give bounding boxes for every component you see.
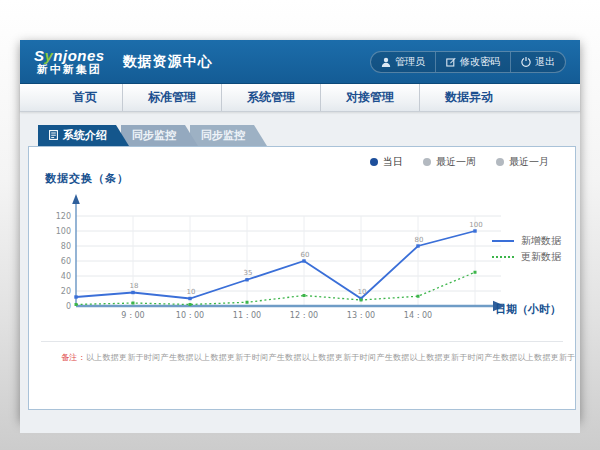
legend-item-new-data[interactable]: 新增数据 [492, 233, 561, 249]
legend-item-updated-data[interactable]: 更新数据 [492, 249, 561, 265]
edit-icon [446, 57, 456, 67]
content-area: 系统介绍 同步监控 同步监控 当日 最近一周 [20, 125, 580, 433]
filter-label: 最近一周 [436, 155, 476, 169]
svg-text:100: 100 [469, 221, 482, 229]
change-password-label: 修改密码 [460, 55, 500, 69]
logout-button[interactable]: 退出 [510, 52, 565, 72]
legend-label: 新增数据 [521, 234, 561, 248]
filter-last-week[interactable]: 最近一周 [423, 155, 476, 169]
logout-label: 退出 [535, 55, 555, 69]
time-range-filters: 当日 最近一周 最近一月 [370, 155, 549, 169]
footnote-text: 以上数据更新于时间产生数据以上数据更新于时间产生数据以上数据更新于时间产生数据以… [86, 353, 576, 362]
filter-today[interactable]: 当日 [370, 155, 403, 169]
tab-label: 同步监控 [132, 128, 176, 143]
change-password-button[interactable]: 修改密码 [435, 52, 510, 72]
solid-line-swatch [492, 240, 514, 242]
tab-bar: 系统介绍 同步监控 同步监控 [38, 125, 580, 146]
tab-label: 系统介绍 [63, 128, 107, 143]
line-chart: 0204060801001209：0010：0011：0012：0013：001… [43, 191, 523, 331]
svg-text:120: 120 [56, 212, 71, 221]
app-window: Synjones 新中新集团 数据资源中心 管理员 修改密码 退出 [20, 40, 580, 420]
x-axis-title: 日期（小时） [495, 302, 561, 317]
logo-company-name: 新中新集团 [34, 64, 105, 76]
top-header: Synjones 新中新集团 数据资源中心 管理员 修改密码 退出 [20, 40, 580, 84]
series-新增数据: 181035601080100 [74, 221, 482, 301]
svg-text:10：00: 10：00 [176, 311, 204, 320]
radio-selected-icon [370, 158, 378, 166]
svg-text:10: 10 [358, 288, 367, 296]
tab-label: 同步监控 [201, 128, 245, 143]
legend-label: 更新数据 [521, 250, 561, 264]
user-icon [381, 57, 391, 67]
radio-icon [496, 158, 504, 166]
nav-item-standard-mgmt[interactable]: 标准管理 [122, 84, 221, 111]
svg-text:100: 100 [56, 227, 71, 236]
svg-text:20: 20 [61, 287, 71, 296]
tab-system-intro[interactable]: 系统介绍 [38, 125, 129, 146]
filter-label: 最近一月 [509, 155, 549, 169]
svg-text:40: 40 [61, 272, 71, 281]
svg-text:11：00: 11：00 [233, 311, 261, 320]
tab-sync-monitor-1[interactable]: 同步监控 [121, 125, 198, 146]
chart-legend: 新增数据 更新数据 [492, 233, 561, 265]
radio-icon [423, 158, 431, 166]
svg-text:60: 60 [301, 251, 310, 259]
tick-labels: 0204060801001209：0010：0011：0012：0013：001… [56, 212, 432, 320]
nav-item-home[interactable]: 首页 [48, 84, 122, 111]
svg-text:0: 0 [66, 302, 71, 311]
nav-item-interface-mgmt[interactable]: 对接管理 [320, 84, 419, 111]
tab-sync-monitor-2[interactable]: 同步监控 [190, 125, 267, 146]
footnote: 备注：以上数据更新于时间产生数据以上数据更新于时间产生数据以上数据更新于时间产生… [61, 352, 576, 363]
svg-text:9：00: 9：00 [121, 311, 144, 320]
svg-text:13：00: 13：00 [347, 311, 375, 320]
page-title: 数据资源中心 [123, 53, 213, 71]
company-logo: Synjones 新中新集团 [34, 48, 105, 75]
dotted-line-swatch [492, 256, 514, 258]
user-menu-button[interactable]: 管理员 [371, 52, 435, 72]
note-divider [41, 341, 563, 342]
user-label: 管理员 [395, 55, 425, 69]
svg-text:35: 35 [244, 269, 253, 277]
logo-wordmark: Synjones [34, 48, 105, 64]
svg-text:60: 60 [61, 257, 71, 266]
svg-text:80: 80 [415, 236, 424, 244]
svg-text:18: 18 [130, 282, 139, 290]
svg-text:12：00: 12：00 [290, 311, 318, 320]
filter-last-month[interactable]: 最近一月 [496, 155, 549, 169]
svg-text:14：00: 14：00 [404, 311, 432, 320]
y-axis-title: 数据交换（条） [45, 171, 129, 186]
filter-label: 当日 [383, 155, 403, 169]
footnote-prefix: 备注： [61, 353, 86, 362]
document-icon [49, 130, 58, 142]
power-icon [521, 57, 531, 67]
nav-item-system-mgmt[interactable]: 系统管理 [221, 84, 320, 111]
main-nav: 首页 标准管理 系统管理 对接管理 数据异动 [20, 84, 580, 112]
nav-item-data-change[interactable]: 数据异动 [419, 84, 518, 111]
chart-panel: 当日 最近一周 最近一月 数据交换（条） 0204060801001209：00… [28, 146, 576, 410]
header-user-controls: 管理员 修改密码 退出 [370, 51, 566, 73]
svg-text:10: 10 [187, 288, 196, 296]
svg-text:80: 80 [61, 242, 71, 251]
